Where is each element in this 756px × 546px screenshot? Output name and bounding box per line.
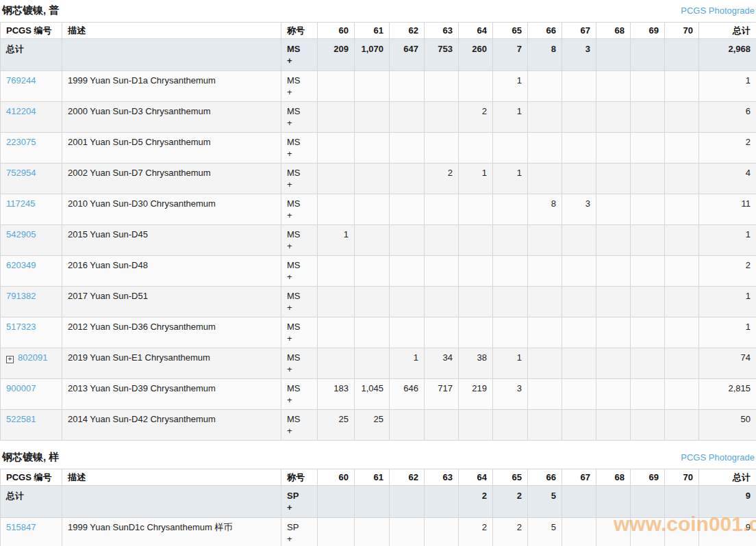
grade-count	[528, 379, 562, 410]
designation: MS +	[281, 317, 318, 348]
grade-count: 1	[493, 71, 528, 102]
pcgs-number-link[interactable]: 900007	[6, 383, 36, 393]
designation: MS +	[281, 379, 318, 410]
grade-count	[493, 256, 528, 287]
grade-count	[459, 317, 493, 348]
pcgs-number-link[interactable]: 802091	[18, 352, 47, 363]
total-row: 总计MS +2091,0706477532607832,968	[1, 39, 756, 71]
pcgs-number-link[interactable]: 412204	[6, 106, 36, 116]
grade-count	[596, 348, 631, 379]
population-table: PCGS 编号描述称号6061626364656667686970总计 总计SP…	[0, 469, 756, 546]
grade-count	[562, 102, 596, 133]
designation: MS +	[281, 287, 318, 317]
grade-count	[631, 256, 665, 287]
coin-description: 2012 Yuan Sun-D36 Chrysanthemum	[62, 317, 281, 348]
section-header: 钢芯镀镍, 普 PCGS Photograde	[0, 0, 756, 22]
grade-count	[596, 410, 631, 441]
designation: MS +	[281, 133, 318, 164]
row-total: 74	[699, 348, 756, 379]
grade-count	[562, 225, 596, 256]
grade-count: 1,070	[355, 39, 390, 71]
coin-description: 2017 Yuan Sun-D51	[62, 287, 281, 317]
grade-count	[665, 133, 699, 164]
grade-count	[665, 71, 699, 102]
table-row: 5429052015 Yuan Sun-D45MS +11	[1, 225, 756, 256]
grade-count	[665, 379, 699, 410]
pcgs-number-link[interactable]: 517323	[6, 322, 36, 332]
grade-count	[390, 410, 425, 441]
grade-count	[596, 518, 631, 546]
grade-count	[425, 410, 459, 441]
grade-count	[459, 256, 493, 287]
grade-count: 3	[562, 39, 596, 71]
grade-count	[425, 194, 459, 225]
pcgs-number-link[interactable]: 752954	[6, 168, 36, 178]
pcgs-number-link[interactable]: 522581	[6, 414, 36, 424]
grade-count	[528, 133, 562, 164]
designation: MS +	[281, 164, 318, 194]
pcgs-number-link[interactable]: 542905	[6, 229, 36, 239]
pcgs-number-link[interactable]: 769244	[6, 75, 36, 86]
photograde-link[interactable]: PCGS Photograde	[681, 452, 755, 463]
grade-count	[318, 486, 355, 518]
grade-count	[355, 256, 390, 287]
table-row: +8020912019 Yuan Sun-E1 ChrysanthemumMS …	[1, 348, 756, 379]
grade-count	[390, 287, 425, 317]
grade-count	[665, 317, 699, 348]
grade-count	[596, 256, 631, 287]
grade-count: 219	[459, 379, 493, 410]
row-total: 2	[699, 133, 756, 164]
pcgs-number-cell: 620349	[1, 256, 62, 287]
grade-count	[528, 164, 562, 194]
pcgs-number-cell: +802091	[1, 348, 62, 379]
grade-count: 2	[459, 486, 493, 518]
row-total: 6	[699, 102, 756, 133]
total-label: 总计	[1, 39, 62, 71]
table-row: 7692441999 Yuan Sun-D1a ChrysanthemumMS …	[1, 71, 756, 102]
pcgs-number-cell: 769244	[1, 71, 62, 102]
grade-count	[355, 133, 390, 164]
row-total: 1	[699, 317, 756, 348]
designation: MS +	[281, 71, 318, 102]
grade-count	[528, 102, 562, 133]
grade-count	[318, 518, 355, 546]
column-header: 60	[318, 23, 355, 39]
grade-count	[631, 225, 665, 256]
grade-count	[665, 39, 699, 71]
grade-count: 260	[459, 39, 493, 71]
photograde-link[interactable]: PCGS Photograde	[681, 5, 755, 16]
expand-icon[interactable]: +	[6, 356, 14, 363]
grade-count	[631, 348, 665, 379]
grade-count	[493, 194, 528, 225]
column-header: 68	[596, 469, 631, 486]
coin-description: 2001 Yuan Sun-D5 Chrysanthemum	[62, 133, 281, 164]
column-header: 62	[390, 23, 425, 39]
grade-count	[596, 486, 631, 518]
pcgs-number-link[interactable]: 117245	[6, 198, 35, 209]
grade-count	[318, 287, 355, 317]
grade-count	[493, 225, 528, 256]
grade-count	[318, 164, 355, 194]
pcgs-number-link[interactable]: 515847	[6, 522, 36, 532]
section-header: 钢芯镀镍, 样 PCGS Photograde	[0, 441, 756, 469]
pcgs-number-cell: 791382	[1, 287, 62, 317]
grade-count: 1	[390, 348, 425, 379]
grade-count	[596, 194, 631, 225]
grade-count	[562, 518, 596, 546]
grade-count	[493, 317, 528, 348]
coin-description: 2000 Yuan Sun-D3 Chrysanthemum	[62, 102, 281, 133]
pcgs-number-link[interactable]: 791382	[6, 291, 36, 301]
column-header: 称号	[281, 23, 318, 39]
pcgs-number-link[interactable]: 223075	[6, 137, 36, 147]
grade-count	[665, 102, 699, 133]
pcgs-number-link[interactable]: 620349	[6, 260, 36, 270]
grade-count	[562, 379, 596, 410]
table-row: 7913822017 Yuan Sun-D51MS +1	[1, 287, 756, 317]
table-row: 9000072013 Yuan Sun-D39 ChrysanthemumMS …	[1, 379, 756, 410]
grade-count	[631, 71, 665, 102]
coin-description: 2016 Yuan Sun-D48	[62, 256, 281, 287]
grade-count	[631, 102, 665, 133]
grade-count	[562, 133, 596, 164]
column-header: 65	[493, 23, 528, 39]
column-header: 67	[562, 23, 596, 39]
